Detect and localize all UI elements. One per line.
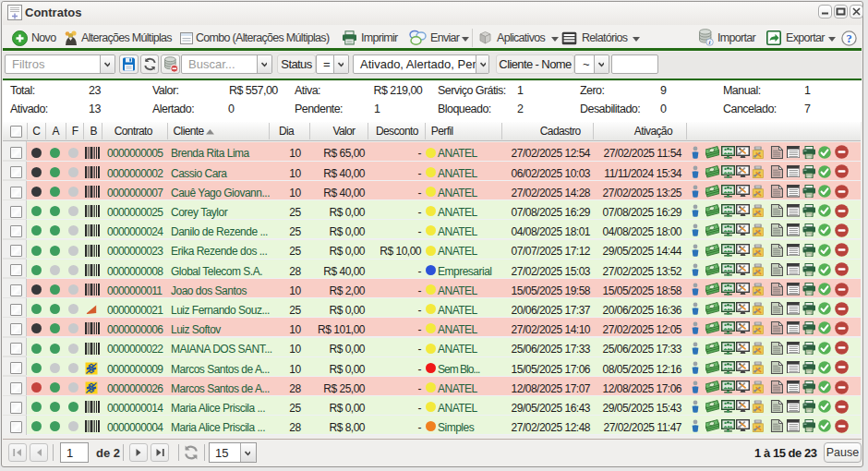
svg-text:?: ?: [846, 32, 851, 45]
svg-text:i: i: [709, 39, 711, 46]
